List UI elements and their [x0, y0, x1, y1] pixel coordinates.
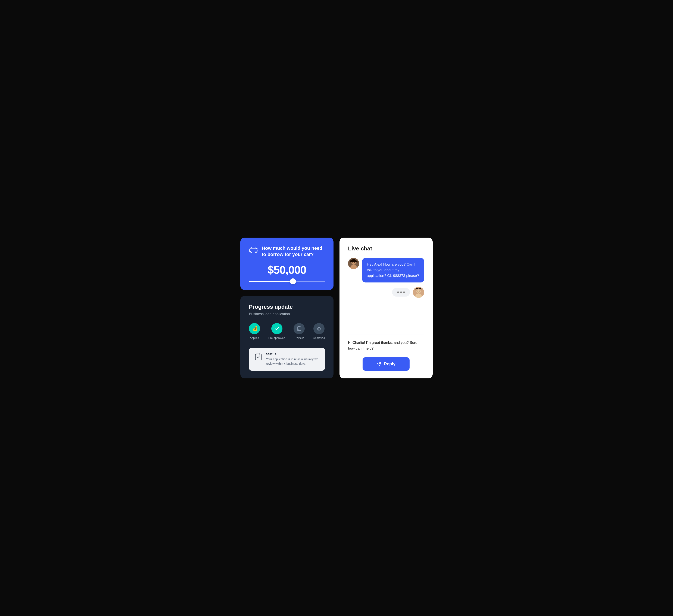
svg-text:💰: 💰: [252, 326, 257, 331]
status-content: Status Your application is in review, us…: [266, 352, 320, 366]
send-icon: [377, 362, 381, 367]
alex-avatar-small: [413, 287, 424, 298]
chat-messages: Hey Alex! How are you? Can I talk to you…: [348, 258, 424, 330]
clipboard-icon-review: [296, 326, 302, 332]
typing-dot-1: [397, 291, 399, 293]
chat-title: Live chat: [348, 245, 424, 252]
money-bag-icon-1: 💰: [252, 326, 257, 332]
status-box: Status Your application is in review, us…: [249, 348, 325, 371]
progress-title: Progress update: [249, 303, 325, 310]
svg-point-11: [416, 289, 421, 293]
charlie-message-row: Hey Alex! How are you? Can I talk to you…: [348, 258, 424, 282]
step-applied-circle: 💰: [249, 323, 260, 334]
reply-button-label: Reply: [384, 362, 396, 367]
charlie-message-bubble: Hey Alex! How are you? Can I talk to you…: [362, 258, 424, 282]
step-review: Review: [293, 323, 305, 340]
charlie-avatar: [348, 258, 359, 269]
svg-point-9: [354, 262, 355, 263]
chat-card: Live chat: [340, 238, 433, 378]
charlie-face-svg: [348, 258, 359, 269]
step-preapproved: Pre-approved: [268, 323, 285, 340]
alex-reply-text: Hi Charlie! I'm great thanks, and you? S…: [348, 340, 424, 351]
progress-subtitle: Business loan application: [249, 312, 325, 316]
car-loan-header: How much would you need to borrow for yo…: [249, 245, 325, 257]
alex-face-svg: [413, 287, 424, 298]
step-preapproved-label: Pre-approved: [268, 336, 285, 340]
step-review-label: Review: [295, 336, 304, 340]
step-review-circle: [293, 323, 305, 334]
progress-card: Progress update Business loan applicatio…: [240, 296, 333, 378]
status-clipboard-icon: [254, 352, 263, 361]
typing-row: [348, 287, 424, 298]
car-loan-amount: $50,000: [249, 263, 325, 276]
chat-divider: [348, 335, 424, 335]
svg-rect-4: [257, 249, 258, 251]
slider-thumb[interactable]: [290, 278, 296, 284]
svg-text:$: $: [318, 328, 319, 330]
main-layout: How much would you need to borrow for yo…: [240, 238, 433, 378]
typing-dot-3: [403, 291, 405, 293]
reply-button[interactable]: Reply: [363, 357, 410, 371]
svg-rect-3: [249, 249, 250, 251]
loan-slider[interactable]: [249, 280, 325, 282]
step-applied-label: Applied: [250, 336, 259, 340]
typing-dot-2: [400, 291, 402, 293]
car-loan-title: How much would you need to borrow for yo…: [262, 245, 325, 257]
status-title: Status: [266, 352, 320, 356]
svg-point-14: [419, 290, 420, 291]
status-text: Your application is in review, usually w…: [266, 357, 320, 366]
step-applied: 💰 Applied: [249, 323, 260, 340]
steps-container: 💰 Applied Pre-approved: [249, 323, 325, 340]
steps-line: [260, 329, 314, 329]
slider-fill: [249, 281, 293, 281]
svg-point-8: [352, 262, 353, 263]
typing-bubble: [392, 288, 410, 296]
check-icon: [274, 326, 280, 332]
step-preapproved-circle: [271, 323, 282, 334]
svg-point-13: [417, 290, 418, 291]
step-approved-circle: $: [313, 323, 324, 334]
car-icon: [249, 246, 258, 253]
money-bag-icon-2: $: [316, 326, 322, 332]
car-loan-card: How much would you need to borrow for yo…: [240, 238, 333, 290]
step-approved: $ Approved: [313, 323, 325, 340]
step-approved-label: Approved: [313, 336, 325, 340]
